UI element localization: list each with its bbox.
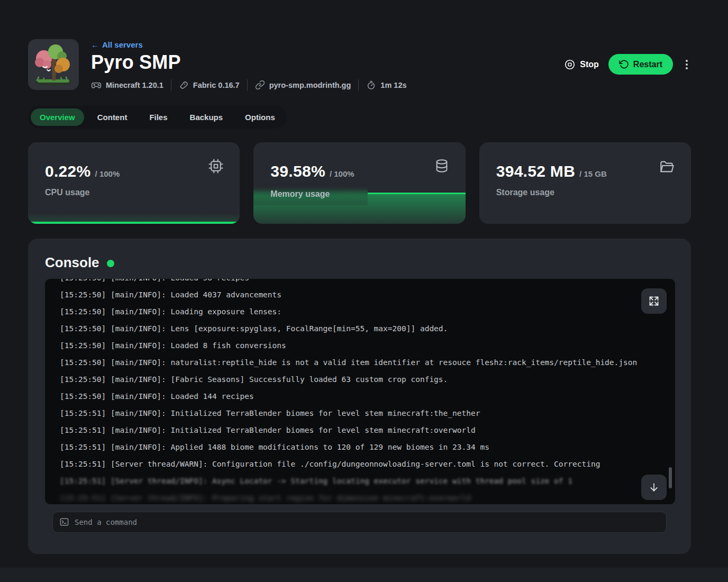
back-to-all-servers-link[interactable]: ← All servers bbox=[91, 40, 143, 49]
expand-icon bbox=[649, 296, 659, 306]
meta-address[interactable]: pyro-smp.modrinth.gg bbox=[255, 80, 351, 90]
console-log-line: [15:25:50] [main/INFO]: naturalist:repti… bbox=[60, 354, 675, 371]
header-actions: Stop Restart bbox=[564, 39, 691, 75]
folder-open-icon bbox=[658, 158, 675, 175]
console-log-line: [15:25:50] [main/INFO]: [Fabric Seasons]… bbox=[60, 371, 675, 388]
restart-button[interactable]: Restart bbox=[608, 54, 673, 75]
console-fullscreen-button[interactable] bbox=[641, 288, 667, 314]
tab-files[interactable]: Files bbox=[140, 108, 176, 126]
link-icon bbox=[255, 80, 265, 90]
restart-icon bbox=[619, 59, 629, 69]
stop-button[interactable]: Stop bbox=[564, 59, 599, 70]
page-content: ← All servers Pyro SMP Minecraft 1.20.1 bbox=[28, 0, 691, 554]
console-log-line: [15:25:50] [main/INFO]: Loading exposure… bbox=[60, 303, 675, 320]
fabric-icon bbox=[179, 80, 189, 90]
memory-label: Memory usage bbox=[253, 183, 368, 205]
console-log-line: [15:25:50] [main/INFO]: Lens [exposure:s… bbox=[60, 320, 675, 337]
meta-label: 1m 12s bbox=[380, 81, 406, 89]
server-info: ← All servers Pyro SMP Minecraft 1.20.1 bbox=[91, 39, 407, 91]
console-header: Console bbox=[45, 254, 675, 271]
stopwatch-icon bbox=[366, 80, 376, 90]
server-header: ← All servers Pyro SMP Minecraft 1.20.1 bbox=[28, 39, 691, 91]
tab-overview[interactable]: Overview bbox=[31, 108, 84, 126]
tab-content[interactable]: Content bbox=[88, 108, 136, 126]
kebab-dot bbox=[686, 67, 688, 69]
cpu-value: 0.22% bbox=[45, 162, 91, 180]
tab-bar: Overview Content Files Backups Options bbox=[28, 106, 287, 129]
tab-options[interactable]: Options bbox=[236, 108, 284, 126]
cpu-chip-icon bbox=[208, 158, 224, 174]
kebab-dot bbox=[686, 60, 688, 62]
storage-usage-card: 394.52 MB / 15 GB Storage usage bbox=[479, 142, 691, 224]
server-avatar bbox=[28, 39, 79, 90]
console-log-line: [15:25:50] [main/INFO]: Loaded 58 recipe… bbox=[60, 279, 675, 286]
console-panel: Console [15:25:50] [main/INFO]: Loaded 5… bbox=[28, 239, 691, 554]
storage-value-row: 394.52 MB / 15 GB bbox=[496, 162, 676, 180]
console-log-line: [15:25:50] [main/INFO]: Loaded 8 fish co… bbox=[60, 337, 675, 354]
stop-circle-icon bbox=[564, 59, 576, 70]
server-meta-row: Minecraft 1.20.1 Fabric 0.16.7 bbox=[91, 79, 407, 91]
memory-value-row: 39.58% / 100% bbox=[270, 162, 450, 180]
console-log-line: [15:25:51] [main/INFO]: Applied 1488 bio… bbox=[60, 439, 675, 456]
gamepad-icon bbox=[91, 80, 102, 90]
console-log-line: [15:25:51] [main/INFO]: Initialized Terr… bbox=[60, 422, 675, 439]
console-output[interactable]: [15:25:50] [main/INFO]: Loaded 58 recipe… bbox=[45, 279, 675, 504]
stop-button-label: Stop bbox=[580, 60, 599, 69]
divider bbox=[247, 79, 248, 91]
cpu-label: CPU usage bbox=[45, 188, 225, 197]
back-arrow-icon: ← bbox=[91, 40, 99, 49]
page-title: Pyro SMP bbox=[91, 52, 407, 73]
memory-usage-card: 39.58% / 100% Memory usage bbox=[253, 142, 465, 224]
more-options-button[interactable] bbox=[683, 58, 691, 71]
storage-value: 394.52 MB bbox=[496, 162, 575, 180]
cpu-graph-line bbox=[28, 222, 240, 224]
cpu-value-row: 0.22% / 100% bbox=[45, 162, 225, 180]
console-log-line: [15:25:50] [main/INFO]: Loaded 144 recip… bbox=[60, 388, 675, 405]
back-link-label: All servers bbox=[102, 40, 143, 49]
stats-row: 0.22% / 100% CPU usage 39.58% / 100% bbox=[28, 142, 691, 224]
database-icon bbox=[434, 158, 450, 174]
command-bar[interactable] bbox=[52, 512, 667, 533]
meta-label: Minecraft 1.20.1 bbox=[106, 81, 163, 89]
console-title: Console bbox=[45, 254, 99, 271]
tree-pixel-art bbox=[28, 39, 79, 90]
cpu-limit: / 100% bbox=[95, 169, 120, 178]
kebab-dot bbox=[686, 63, 688, 66]
meta-game-version: Minecraft 1.20.1 bbox=[91, 80, 163, 90]
memory-limit: / 100% bbox=[330, 169, 354, 178]
divider bbox=[358, 79, 359, 91]
footer-strip bbox=[0, 568, 728, 582]
console-scrollbar-thumb[interactable] bbox=[669, 467, 672, 488]
meta-loader: Fabric 0.16.7 bbox=[179, 80, 240, 90]
meta-uptime: 1m 12s bbox=[366, 80, 406, 90]
cpu-graph-fade bbox=[28, 213, 240, 222]
command-input[interactable] bbox=[75, 518, 660, 526]
meta-label: Fabric 0.16.7 bbox=[193, 81, 240, 89]
console-log-line: [15:25:50] [main/INFO]: Loaded 4037 adva… bbox=[60, 286, 675, 303]
cpu-usage-card: 0.22% / 100% CPU usage bbox=[28, 142, 240, 224]
console-log-line: [15:25:51] [main/INFO]: Initialized Terr… bbox=[60, 405, 675, 422]
divider bbox=[171, 79, 171, 91]
console-log-line-scrolling: [15:25:51] [Server thread/INFO]: Async L… bbox=[60, 472, 675, 489]
meta-label: pyro-smp.modrinth.gg bbox=[269, 81, 351, 89]
tab-backups[interactable]: Backups bbox=[181, 108, 232, 126]
console-log-line: [15:25:51] [Server thread/WARN]: Configu… bbox=[60, 456, 675, 472]
memory-value: 39.58% bbox=[270, 162, 325, 180]
server-online-status-dot bbox=[107, 260, 114, 267]
restart-button-label: Restart bbox=[633, 60, 662, 69]
console-log: [15:25:50] [main/INFO]: Loaded 58 recipe… bbox=[45, 279, 675, 504]
terminal-icon bbox=[59, 517, 69, 527]
scroll-to-bottom-button[interactable] bbox=[641, 475, 667, 500]
console-log-line-scrolling: [15:25:51] [Server thread/INFO]: Prepari… bbox=[60, 489, 675, 504]
storage-label: Storage usage bbox=[496, 188, 676, 197]
storage-limit: / 15 GB bbox=[579, 169, 607, 178]
arrow-down-icon bbox=[649, 482, 659, 493]
